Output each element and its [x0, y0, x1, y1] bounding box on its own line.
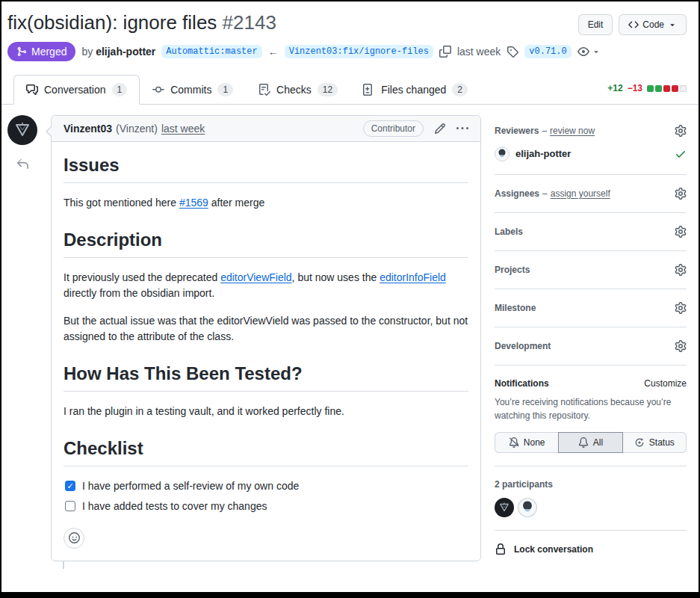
vinzent03-avatar [7, 115, 37, 145]
git-merge-icon [16, 46, 27, 57]
projects-heading: Projects [495, 265, 530, 275]
pr-title-text: fix(obsidian): ignore files [7, 11, 217, 34]
base-branch-label[interactable]: Automattic:master [161, 45, 261, 58]
tab-label: Checks [276, 84, 312, 96]
git-commit-icon [152, 84, 164, 96]
editorviewfield-link[interactable]: editorViewField [220, 271, 291, 283]
byline: by elijah-potter [81, 46, 155, 58]
labels-gear-button[interactable] [675, 226, 687, 238]
reviewer-name[interactable]: elijah-potter [515, 148, 571, 159]
diffstat: +12 −13 [607, 83, 687, 95]
notifications-none-button[interactable]: None [495, 432, 558, 453]
code-icon [628, 19, 639, 30]
editorinfofield-link[interactable]: editorInfoField [380, 271, 446, 283]
desc-text-2: , but now uses the [292, 271, 380, 283]
comment-timestamp-link[interactable]: last week [161, 123, 205, 135]
separator: – [542, 126, 547, 136]
comment-options-button[interactable] [456, 123, 468, 135]
contributor-badge: Contributor [363, 120, 424, 137]
comment-author-display-name: (Vinzent) [116, 123, 158, 135]
comment-header-actions: Contributor [363, 120, 468, 137]
notifications-heading: Notifications [495, 378, 549, 389]
pr-tabnav: Conversation 1 Commits 1 Checks 12 Files… [1, 75, 699, 105]
tab-label: Conversation [44, 84, 106, 96]
projects-header: Projects [495, 264, 687, 276]
approved-check-icon [675, 148, 687, 160]
description-heading: Description [64, 229, 468, 258]
tag-icon [507, 46, 518, 58]
tab-label: Files changed [381, 84, 446, 96]
edit-comment-button[interactable] [434, 123, 446, 135]
eye-icon [577, 46, 589, 58]
sidebar-section-participants: 2 participants [495, 466, 687, 531]
notifications-all-button[interactable]: All [558, 432, 622, 453]
merged-status-label: Merged [31, 46, 66, 58]
sidebar-section-reviewers: Reviewers – review now elijah-potter [495, 115, 687, 175]
reviewer-row: elijah-potter [495, 147, 687, 161]
gear-icon [675, 226, 687, 238]
task-list: I have performed a self-review of my own… [64, 478, 468, 514]
vinzent03-avatar [495, 498, 514, 517]
discussion-timeline: Vinzent03 (Vinzent) last week Contributo… [7, 115, 481, 569]
diffstat-square [655, 85, 662, 92]
notification-button-group: None All Status [495, 432, 687, 453]
assignees-heading: Assignees [495, 188, 539, 199]
issues-text-after: after merge [208, 197, 264, 209]
task-checkbox[interactable] [65, 501, 75, 511]
tab-files-changed[interactable]: Files changed 2 [350, 75, 480, 105]
gear-icon [675, 125, 687, 137]
diffstat-squares [647, 85, 687, 92]
add-reaction-button[interactable] [64, 528, 84, 549]
elijah-potter-avatar [518, 498, 537, 517]
bell-slash-icon [509, 437, 519, 448]
kebab-icon [456, 123, 468, 135]
status-sync-icon [634, 437, 645, 448]
participant-vinzent03-avatar[interactable] [495, 498, 514, 517]
pr-number: #2143 [223, 11, 276, 34]
comment-author-avatar[interactable] [7, 115, 37, 145]
tab-conversation[interactable]: Conversation 1 [13, 75, 140, 105]
task-checkbox[interactable] [65, 481, 75, 491]
reviewers-header: Reviewers – review now [495, 125, 687, 137]
code-button[interactable]: Code [619, 14, 687, 35]
tab-checks[interactable]: Checks 12 [246, 75, 350, 105]
notifications-status-button[interactable]: Status [623, 432, 687, 453]
customize-link[interactable]: Customize [644, 378, 687, 389]
version-tag-label[interactable]: v0.71.0 [524, 45, 571, 58]
diffstat-square [647, 85, 654, 92]
tab-label: Commits [170, 84, 211, 96]
sidebar-section-milestone: Milestone [495, 289, 687, 327]
assign-yourself-link[interactable]: assign yourself [551, 188, 610, 199]
comment-body: Issues This got mentioned here #1569 aft… [52, 142, 480, 561]
copy-branch-button[interactable] [439, 46, 451, 58]
edit-button[interactable]: Edit [578, 14, 613, 35]
merged-status-badge: Merged [7, 42, 75, 61]
milestone-gear-button[interactable] [675, 302, 687, 314]
head-branch-label[interactable]: Vinzent03:fix/ignore-files [285, 45, 433, 58]
comment-author-login[interactable]: Vinzent03 [64, 123, 112, 135]
chevron-down-icon [592, 47, 601, 56]
subscription-menu[interactable] [577, 46, 601, 58]
review-now-link[interactable]: review now [550, 126, 595, 136]
author-link[interactable]: elijah-potter [96, 46, 155, 58]
byline-by: by [81, 46, 93, 58]
reviewers-gear-button[interactable] [675, 125, 687, 137]
participant-elijah-potter-avatar[interactable] [518, 498, 537, 517]
description-paragraph-2: But the actual issue was that the editor… [64, 313, 468, 345]
development-gear-button[interactable] [675, 340, 687, 352]
pr-main: Vinzent03 (Vinzent) last week Contributo… [1, 105, 699, 569]
elijah-potter-avatar[interactable] [495, 147, 509, 161]
lock-conversation-button[interactable]: Lock conversation [495, 531, 593, 555]
projects-gear-button[interactable] [675, 264, 687, 276]
diffstat-deletions: −13 [628, 83, 642, 93]
checklist-heading: Checklist [64, 437, 468, 466]
pr-meta-row: Merged by elijah-potter Automattic:maste… [7, 42, 687, 61]
assignees-gear-button[interactable] [675, 188, 687, 200]
all-label: All [593, 437, 603, 448]
comment-header: Vinzent03 (Vinzent) last week Contributo… [52, 116, 480, 142]
pencil-icon [434, 123, 446, 135]
merged-time-link[interactable]: last week [457, 46, 501, 58]
issue-link-1569[interactable]: #1569 [179, 197, 208, 209]
tab-commits[interactable]: Commits 1 [140, 75, 246, 105]
tested-paragraph: I ran the plugin in a testing vault, and… [64, 404, 468, 419]
